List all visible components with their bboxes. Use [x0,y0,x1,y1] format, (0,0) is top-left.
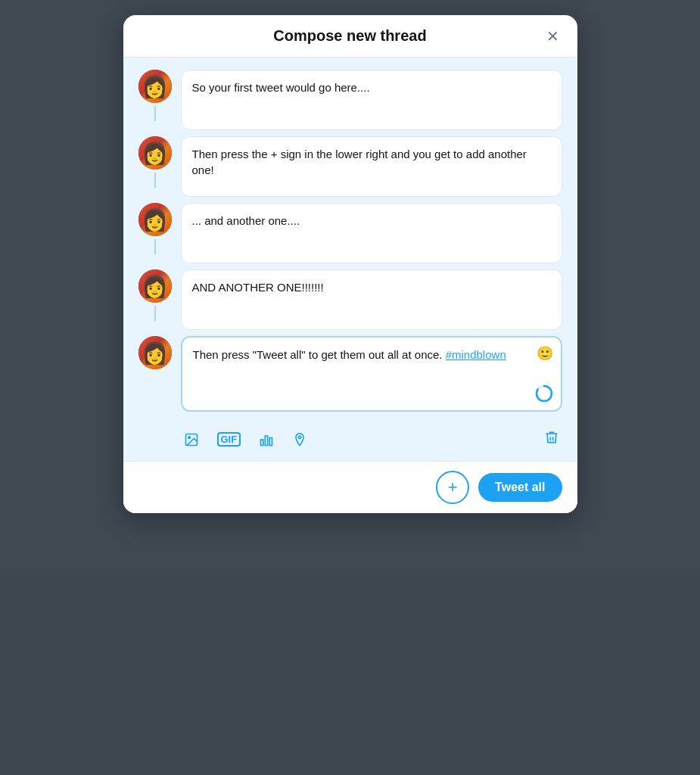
poll-button[interactable] [256,429,277,450]
thread-item-4: AND ANOTHER ONE!!!!!!! [138,269,562,330]
emoji-button[interactable]: 🙂 [537,345,553,362]
tweet-text-1: So your first tweet would go here.... [192,81,370,94]
avatar-col-3 [138,203,172,254]
svg-point-7 [299,436,301,438]
thread-item-3: ... and another one.... [138,203,562,263]
tweet-box-4[interactable]: AND ANOTHER ONE!!!!!!! [181,269,562,330]
thread-item-5: Then press "Tweet all" to get them out a… [138,336,562,412]
poll-icon [259,432,274,447]
modal-footer: + Tweet all [123,461,577,513]
avatar-col-4 [138,269,172,321]
tweet-text-before-hashtag: Then press "Tweet all" to get them out a… [193,348,446,361]
thread-item-2: Then press the + sign in the lower right… [138,136,562,197]
modal-overlay: Compose new thread ✕ So your first tw [0,0,700,775]
delete-tweet-button[interactable] [541,427,562,452]
tweet-box-2[interactable]: Then press the + sign in the lower right… [181,136,562,197]
tweet-text-2: Then press the + sign in the lower right… [192,148,527,176]
tweet-box-1[interactable]: So your first tweet would go here.... [181,70,562,130]
image-upload-button[interactable] [181,429,202,450]
thread-item-1: So your first tweet would go here.... [138,70,562,130]
thread-line-3 [154,239,156,254]
plus-icon: + [448,478,458,497]
avatar-image-4 [138,269,172,303]
svg-rect-4 [261,440,263,446]
tweet-text-3: ... and another one.... [192,214,300,227]
thread-line-2 [154,173,156,188]
svg-rect-6 [269,437,272,445]
avatar-col-5 [138,336,172,369]
avatar-image-2 [138,136,172,170]
close-icon: ✕ [546,27,559,45]
tweet-all-button[interactable]: Tweet all [478,473,562,502]
avatar-col-1 [138,70,172,121]
thread-line-1 [154,106,156,121]
gif-button[interactable]: GIF [214,429,244,450]
add-tweet-button[interactable]: + [436,471,469,504]
avatar-3 [138,203,172,236]
avatar-col-2 [138,136,172,188]
tweet-text-4: AND ANOTHER ONE!!!!!!! [192,281,324,294]
thread-line-4 [154,306,156,321]
tweet-text-5: Then press "Tweet all" to get them out a… [193,348,506,361]
tweet-box-5[interactable]: Then press "Tweet all" to get them out a… [181,336,562,412]
location-icon [292,432,307,447]
hashtag-mindblown: #mindblown [446,348,506,361]
gif-icon: GIF [217,432,241,447]
modal-title: Compose new thread [273,27,426,45]
avatar-5 [138,336,172,369]
tweet-toolbar: GIF [138,421,562,455]
tweet-box-3[interactable]: ... and another one.... [181,203,562,263]
toolbar-icons: GIF [181,429,311,450]
avatar-2 [138,136,172,170]
thread-list: So your first tweet would go here.... Th… [138,70,562,455]
image-icon [184,432,199,447]
compose-thread-modal: Compose new thread ✕ So your first tw [123,15,577,513]
avatar-4 [138,269,172,303]
location-button[interactable] [289,429,310,450]
avatar-image-5 [138,336,172,369]
avatar-1 [138,70,172,103]
avatar-image-3 [138,203,172,236]
svg-point-3 [188,436,190,438]
modal-header: Compose new thread ✕ [123,15,577,58]
avatar-image-1 [138,70,172,103]
svg-rect-5 [266,436,268,446]
character-count-ring [535,384,553,403]
emoji-icon: 🙂 [537,346,553,361]
close-button[interactable]: ✕ [541,24,565,48]
modal-body: So your first tweet would go here.... Th… [123,58,577,461]
tweet-all-label: Tweet all [495,481,545,493]
delete-icon [544,430,559,445]
